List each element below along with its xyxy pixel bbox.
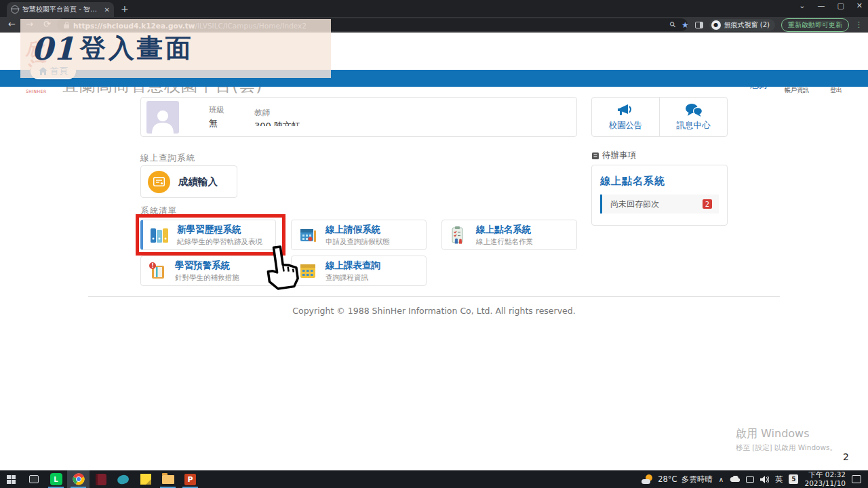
teacher-field: 教師 300 陳文虹 <box>254 108 300 126</box>
slide-page-number: 2 <box>843 451 849 462</box>
campus-announcements-button[interactable]: 校園公告 <box>592 98 659 136</box>
taskbar-clock[interactable]: 下午 02:32 2023/11/10 <box>804 470 846 487</box>
action-center-icon[interactable] <box>852 475 861 483</box>
leave-calendar-icon <box>297 224 319 246</box>
todo-count-badge: 2 <box>703 199 712 209</box>
file-explorer-icon <box>162 475 174 484</box>
taskbar-book-app[interactable] <box>90 470 112 488</box>
taskbar-paint-app[interactable] <box>112 470 134 488</box>
line-app-icon: L <box>50 473 62 485</box>
grade-input-label: 成績輸入 <box>178 176 218 188</box>
hand-cursor-annotation <box>258 241 304 296</box>
todo-item[interactable]: 尚未回存節次 2 <box>600 195 719 214</box>
window-profile-chevron-icon[interactable]: ⌄ <box>799 1 805 10</box>
copyright-text: Copyright © 1988 ShinHer Information Co,… <box>0 306 868 316</box>
todo-system-title[interactable]: 線上點名系統 <box>600 175 719 188</box>
clock-time: 下午 02:32 <box>804 470 846 479</box>
windows-activation-watermark: 啟用 Windows 移至 [設定] 以啟用 Windows。 <box>736 427 837 453</box>
teacher-value: 300 陳文虹 <box>254 120 300 126</box>
volume-icon[interactable] <box>760 476 769 483</box>
grade-certificate-icon <box>148 171 170 193</box>
windows-logo-icon <box>7 475 16 484</box>
system-card-leave[interactable]: 線上請假系統 申請及查詢請假狀態 <box>291 220 427 250</box>
step-number: 01 <box>31 30 75 67</box>
taskbar-file-explorer[interactable] <box>157 470 179 488</box>
class-field: 班級 無 <box>209 105 224 129</box>
taskbar-weather[interactable]: 28°C 多雲時晴 <box>642 474 712 485</box>
network-icon[interactable] <box>746 476 754 483</box>
tray-expand-icon[interactable]: ∧ <box>719 476 724 483</box>
window-maximize-button[interactable]: ▢ <box>837 1 844 10</box>
task-view-icon <box>29 475 39 483</box>
tutorial-overlay: 01 登入畫面 <box>20 19 331 78</box>
weather-icon <box>642 474 654 484</box>
todo-card: 線上點名系統 尚未回存節次 2 <box>591 165 728 226</box>
avatar <box>146 101 179 134</box>
quick-links-card: 校園公告 訊息中心 <box>591 97 728 137</box>
warning-book-icon: ! <box>146 260 168 282</box>
browser-tab[interactable]: 智慧校園平台首頁 - 智慧校園平台 ✕ <box>7 2 114 17</box>
side-panel-icon[interactable] <box>695 22 703 28</box>
system-card-timetable[interactable]: 線上課表查詢 查詢課程資訊 <box>291 256 427 286</box>
grade-input-card[interactable]: 成績輸入 <box>140 165 237 198</box>
query-section-label: 線上查詢系統 <box>140 152 195 164</box>
clock-date: 2023/11/10 <box>804 479 846 488</box>
person-silhouette-icon <box>151 108 174 134</box>
teacher-label: 教師 <box>254 108 300 118</box>
sticky-notes-icon <box>140 474 151 485</box>
tab-close-icon[interactable]: ✕ <box>104 6 110 14</box>
todo-section-label: 待辦事項 <box>591 150 636 161</box>
input-language-indicator[interactable]: 英 <box>775 474 783 485</box>
footer-divider <box>88 296 780 297</box>
chat-bubbles-icon <box>685 103 703 118</box>
megaphone-icon <box>617 103 635 118</box>
tab-favicon-globe-icon <box>11 5 19 14</box>
new-tab-button[interactable]: + <box>121 3 129 14</box>
system-card-rollcall[interactable]: 線上點名系統 線上進行點名作業 <box>441 220 577 250</box>
taskbar-line-app[interactable]: L <box>45 470 67 488</box>
step-title: 登入畫面 <box>80 31 194 66</box>
chrome-icon <box>73 473 85 485</box>
browser-menu-icon[interactable]: ⋮ <box>855 20 863 29</box>
incognito-icon: ● <box>711 20 721 30</box>
weather-temp: 28°C <box>658 474 677 484</box>
class-label: 班級 <box>209 105 224 115</box>
incognito-badge[interactable]: ● 無痕式視窗 (2) <box>709 19 775 31</box>
window-minimize-button[interactable]: — <box>817 1 825 10</box>
powerpoint-icon: P <box>184 474 196 485</box>
taskbar-powerpoint[interactable]: P <box>179 470 201 488</box>
book-app-icon <box>96 474 106 485</box>
tab-title: 智慧校園平台首頁 - 智慧校園平台 <box>22 5 101 14</box>
onedrive-cloud-icon[interactable] <box>730 476 740 483</box>
rollcall-clipboard-icon <box>448 224 469 246</box>
svg-text:!: ! <box>151 263 154 269</box>
class-value: 無 <box>209 117 224 129</box>
back-button[interactable]: ← <box>8 19 16 29</box>
ime-mode-icon[interactable]: 5 <box>789 474 798 484</box>
browser-titlebar: 智慧校園平台首頁 - 智慧校園平台 ✕ + ⌄ — ▢ ✕ <box>0 0 868 17</box>
window-close-button[interactable]: ✕ <box>856 1 863 10</box>
taskbar-chrome[interactable] <box>67 470 90 488</box>
message-center-button[interactable]: 訊息中心 <box>659 98 727 136</box>
taskbar-sticky-notes[interactable] <box>134 470 157 488</box>
bookmark-star-icon[interactable]: ★ <box>682 20 689 30</box>
windows-taskbar: L P 28°C 多雲時晴 ∧ 英 5 <box>0 470 868 488</box>
task-view-button[interactable] <box>22 470 45 488</box>
start-button[interactable] <box>0 470 22 488</box>
weather-desc: 多雲時晴 <box>682 474 713 485</box>
todo-list-icon <box>591 152 599 160</box>
paint-app-icon <box>117 474 130 485</box>
chrome-update-button[interactable]: 重新啟動即可更新 <box>781 18 849 32</box>
profile-card: 班級 無 教師 300 陳文虹 <box>140 97 577 137</box>
system-card-warning[interactable]: ! 學習預警系統 針對學生的補救措施 <box>140 256 276 286</box>
